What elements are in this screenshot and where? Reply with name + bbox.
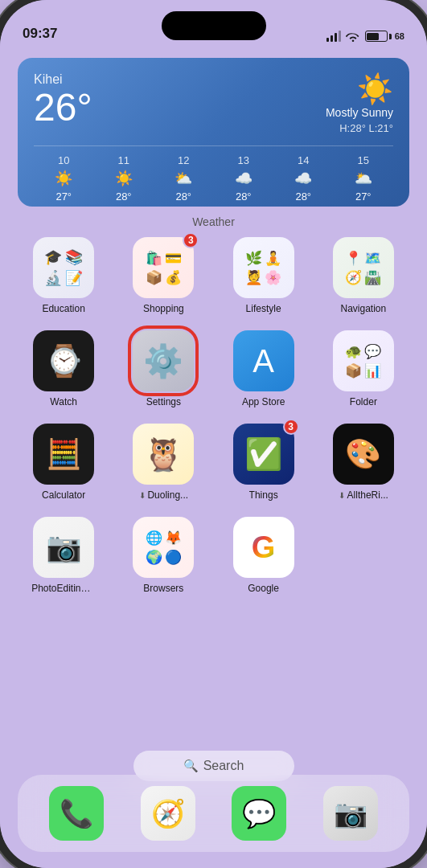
- forecast-day: 14 ☁️ 28°: [294, 154, 312, 203]
- app-item-calculator[interactable]: 🧮Calculator: [18, 424, 109, 501]
- app-icon-things: ✅3: [233, 424, 294, 485]
- app-icon-settings: ⚙️: [133, 330, 194, 391]
- weather-label: Weather: [0, 215, 427, 228]
- app-label-photoediting: PhotoEditingSh...: [31, 583, 96, 594]
- dock-icon-safari: 🧭: [141, 786, 195, 841]
- app-icon-lifestyle: 🌿🧘💆🌸: [233, 237, 294, 298]
- app-label-lifestyle: Lifestyle: [246, 303, 281, 314]
- forecast-day: 13 ☁️ 28°: [235, 154, 253, 203]
- weather-location: Kihei: [34, 72, 92, 87]
- signal-icon: [326, 31, 341, 42]
- dock-icon-phone: 📞: [49, 786, 104, 841]
- app-icon-appstore: A: [233, 330, 294, 391]
- app-icon-shopping: 🛍️💳📦💰3: [133, 237, 194, 298]
- condition-text: Mostly Sunny: [326, 106, 393, 119]
- wifi-icon: [346, 31, 360, 42]
- app-label-shopping: Shopping: [143, 303, 184, 314]
- app-label-appstore: App Store: [242, 396, 285, 407]
- forecast-day: 15 🌥️ 27°: [355, 154, 372, 203]
- app-item-alltheri[interactable]: 🎨⬇ AlltheRi...: [318, 424, 409, 501]
- badge-shopping: 3: [183, 232, 199, 248]
- weather-condition: ☀️ Mostly Sunny H:28° L:21°: [326, 72, 393, 134]
- app-icon-watch: ⌚: [33, 330, 94, 391]
- app-item-lifestyle[interactable]: 🌿🧘💆🌸Lifestyle: [218, 237, 310, 314]
- app-label-calculator: Calculator: [42, 489, 85, 501]
- app-icon-folder: 🐢💬📦📊: [333, 330, 394, 391]
- app-icon-photoediting: 📷: [33, 517, 94, 578]
- app-label-duolingo: ⬇ Duoling...: [139, 489, 188, 501]
- dock-icon-camera: 📷: [323, 786, 378, 841]
- dynamic-island: [162, 11, 266, 40]
- app-grid: 🎓📚🔬📝Education🛍️💳📦💰3Shopping🌿🧘💆🌸Lifestyle…: [18, 237, 409, 594]
- app-item-browsers[interactable]: 🌐🦊🌍🔵Browsers: [117, 517, 209, 594]
- app-item-appstore[interactable]: AApp Store: [218, 330, 310, 407]
- app-icon-browsers: 🌐🦊🌍🔵: [133, 517, 194, 578]
- dock-item-messages[interactable]: 💬: [232, 786, 286, 841]
- weather-forecast: 10 ☀️ 27° 11 ☀️ 28° 12 ⛅ 28° 13 ☁️ 28° 1…: [34, 145, 393, 203]
- dock-icon-messages: 💬: [232, 786, 286, 841]
- forecast-day: 12 ⛅ 28°: [174, 154, 192, 203]
- app-icon-navigation: 📍🗺️🧭🛣️: [333, 237, 394, 298]
- dock-item-safari[interactable]: 🧭: [141, 786, 195, 841]
- app-label-google: Google: [248, 583, 279, 594]
- dock-item-camera[interactable]: 📷: [323, 786, 378, 841]
- dock: 📞🧭💬📷: [18, 775, 409, 852]
- weather-left: Kihei 26°: [34, 72, 92, 127]
- app-label-folder: Folder: [350, 396, 377, 407]
- phone-frame: 09:37 68: [0, 0, 427, 868]
- weather-sun-icon: ☀️: [326, 72, 393, 106]
- app-label-browsers: Browsers: [143, 583, 183, 594]
- app-item-folder[interactable]: 🐢💬📦📊Folder: [318, 330, 409, 407]
- app-label-navigation: Navigation: [341, 303, 387, 314]
- app-item-education[interactable]: 🎓📚🔬📝Education: [18, 237, 109, 314]
- app-item-duolingo[interactable]: 🦉⬇ Duoling...: [117, 424, 209, 501]
- app-label-watch: Watch: [50, 396, 77, 407]
- app-label-alltheri: ⬇ AlltheRi...: [339, 489, 388, 501]
- app-item-google[interactable]: GGoogle: [218, 517, 310, 594]
- app-icon-alltheri: 🎨: [333, 424, 394, 485]
- search-label: Search: [203, 759, 244, 773]
- app-label-education: Education: [42, 303, 84, 314]
- app-icon-duolingo: 🦉: [133, 424, 194, 485]
- app-item-shopping[interactable]: 🛍️💳📦💰3Shopping: [117, 237, 209, 314]
- forecast-day: 11 ☀️ 28°: [115, 154, 133, 203]
- app-icon-education: 🎓📚🔬📝: [33, 237, 94, 298]
- battery-icon: 68: [365, 31, 404, 42]
- app-item-navigation[interactable]: 📍🗺️🧭🛣️Navigation: [318, 237, 409, 314]
- weather-widget[interactable]: Kihei 26° ☀️ Mostly Sunny H:28° L:21° 10…: [18, 58, 409, 207]
- weather-temp: 26°: [34, 88, 92, 127]
- app-icon-google: G: [233, 517, 294, 578]
- dock-item-phone[interactable]: 📞: [49, 786, 104, 841]
- badge-things: 3: [283, 419, 299, 435]
- weather-hi-lo: H:28° L:21°: [326, 122, 393, 134]
- app-item-settings[interactable]: ⚙️Settings: [117, 330, 209, 407]
- app-label-things: Things: [249, 489, 278, 501]
- app-item-photoediting[interactable]: 📷PhotoEditingSh...: [18, 517, 109, 594]
- app-item-things[interactable]: ✅3Things: [218, 424, 310, 501]
- search-icon: 🔍: [183, 759, 199, 773]
- app-item-watch[interactable]: ⌚Watch: [18, 330, 109, 407]
- status-time: 09:37: [23, 26, 57, 42]
- phone-screen: 09:37 68: [0, 0, 427, 868]
- app-label-settings: Settings: [146, 396, 181, 407]
- status-icons: 68: [326, 31, 404, 42]
- forecast-day: 10 ☀️ 27°: [55, 154, 72, 203]
- app-icon-calculator: 🧮: [33, 424, 94, 485]
- weather-top: Kihei 26° ☀️ Mostly Sunny H:28° L:21°: [34, 72, 393, 134]
